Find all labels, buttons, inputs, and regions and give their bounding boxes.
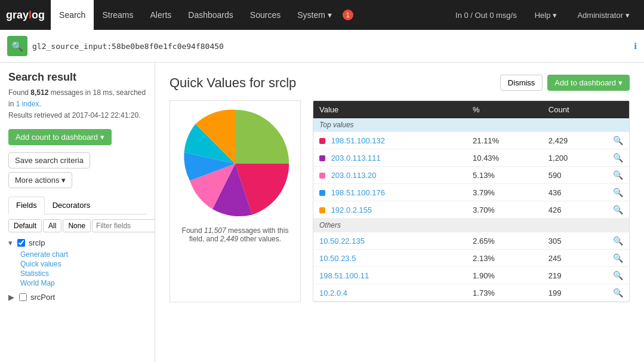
srclp-actions: Generate chart Quick values Statistics W… xyxy=(20,250,146,288)
ip-value-link[interactable]: 198.51.100.132 xyxy=(331,136,385,145)
search-info-icon[interactable]: ℹ xyxy=(634,41,637,51)
filter-all-button[interactable]: All xyxy=(43,219,61,232)
value-cell: 203.0.113.20 xyxy=(313,167,467,184)
col-count-header: Count xyxy=(543,101,607,118)
nav-admin[interactable]: Administrator ▾ xyxy=(569,0,638,30)
main-content: Search result Found 8,512 messages in 18… xyxy=(0,63,644,362)
zoom-icon[interactable]: 🔍 xyxy=(613,188,623,197)
filter-none-button[interactable]: None xyxy=(63,219,91,232)
nav-alerts[interactable]: Alerts xyxy=(142,0,180,30)
zoom-cell: 🔍 xyxy=(607,184,629,201)
pct-cell: 3.79% xyxy=(467,184,543,201)
pie-other-count: 2,449 xyxy=(220,235,238,243)
table-row: 10.2.0.4 1.73% 199 🔍 xyxy=(313,284,629,302)
field-srcport: ▶ srcPort xyxy=(8,292,146,303)
quick-values-actions: Dismiss Add to dashboard ▾ xyxy=(500,75,630,91)
pie-chart-container: Found 11,507 messages with this field, a… xyxy=(170,100,301,302)
value-cell: 10.50.22.135 xyxy=(313,232,467,250)
found-count: 8,512 xyxy=(30,88,48,97)
fields-tabs: Fields Decorators xyxy=(8,197,146,214)
save-search-button[interactable]: Save search criteria xyxy=(8,152,90,168)
generate-chart-link[interactable]: Generate chart xyxy=(20,250,146,259)
world-map-link[interactable]: World Map xyxy=(20,278,146,288)
filter-fields-input[interactable] xyxy=(92,219,155,232)
zoom-icon[interactable]: 🔍 xyxy=(613,236,623,246)
nav-system[interactable]: System ▾ xyxy=(289,0,340,30)
add-to-dashboard-button[interactable]: Add to dashboard ▾ xyxy=(547,75,630,91)
zoom-cell: 🔍 xyxy=(607,284,629,302)
table-row: 198.51.100.176 3.79% 436 🔍 xyxy=(313,184,629,201)
search-icon: 🔍 xyxy=(11,41,23,52)
count-cell: 1,200 xyxy=(543,149,607,167)
ip-value-link[interactable]: 203.0.113.20 xyxy=(331,171,377,180)
system-dropdown-arrow: ▾ xyxy=(328,10,332,20)
ip-value-link[interactable]: 198.51.100.176 xyxy=(331,188,385,197)
search-input[interactable] xyxy=(32,42,629,51)
left-panel: Search result Found 8,512 messages in 18… xyxy=(0,63,155,362)
index-link[interactable]: 1 index xyxy=(16,100,39,108)
value-color-dot xyxy=(319,190,325,196)
zoom-icon[interactable]: 🔍 xyxy=(613,253,623,263)
pct-cell: 1.90% xyxy=(467,267,543,284)
value-cell: 10.2.0.4 xyxy=(313,284,467,302)
value-color-dot xyxy=(319,173,325,179)
statistics-link[interactable]: Statistics xyxy=(20,269,146,278)
srclp-checkbox[interactable] xyxy=(17,239,25,247)
ip-value-link[interactable]: 10.50.22.135 xyxy=(319,237,365,246)
dismiss-button[interactable]: Dismiss xyxy=(500,75,543,91)
filter-row: Default All None xyxy=(8,219,146,232)
value-color-dot xyxy=(319,207,325,213)
count-cell: 199 xyxy=(543,284,607,302)
search-bar: 🔍 ℹ xyxy=(0,30,644,63)
value-color-dot xyxy=(319,138,325,144)
nav-streams[interactable]: Streams xyxy=(94,0,141,30)
top-navigation: graylog Search Streams Alerts Dashboards… xyxy=(0,0,644,30)
add-count-dashboard-button[interactable]: Add count to dashboard ▾ xyxy=(8,129,112,145)
nav-search[interactable]: Search xyxy=(51,0,94,30)
add-to-dashboard-arrow: ▾ xyxy=(618,78,623,87)
ip-value-link[interactable]: 10.2.0.4 xyxy=(319,289,347,297)
pie-caption: Found 11,507 messages with this field, a… xyxy=(182,226,289,243)
zoom-cell: 🔍 xyxy=(607,232,629,250)
tab-fields[interactable]: Fields xyxy=(8,197,45,214)
quick-values-link[interactable]: Quick values xyxy=(20,259,146,269)
admin-dropdown-arrow: ▾ xyxy=(625,11,630,20)
col-value-header: Value xyxy=(313,101,467,118)
zoom-icon[interactable]: 🔍 xyxy=(613,153,623,162)
value-cell: 198.51.100.132 xyxy=(313,132,467,149)
tab-decorators[interactable]: Decorators xyxy=(45,197,98,214)
zoom-icon[interactable]: 🔍 xyxy=(613,170,623,180)
srclp-expand-icon[interactable]: ▾ xyxy=(8,238,13,247)
filter-default-button[interactable]: Default xyxy=(8,219,42,232)
ip-value-link[interactable]: 10.50.23.5 xyxy=(319,254,356,263)
ip-value-link[interactable]: 192.0.2.155 xyxy=(331,205,372,214)
zoom-icon[interactable]: 🔍 xyxy=(613,136,623,145)
srcport-checkbox[interactable] xyxy=(19,293,27,301)
ip-value-link[interactable]: 203.0.113.111 xyxy=(331,154,381,162)
value-cell: 198.51.100.176 xyxy=(313,184,467,201)
search-submit-button[interactable]: 🔍 xyxy=(7,36,27,56)
ip-value-link[interactable]: 198.51.100.11 xyxy=(319,271,369,280)
msg-status: In 0 / Out 0 msg/s xyxy=(449,11,523,20)
top-values-header: Top values xyxy=(313,118,629,132)
value-cell: 10.50.23.5 xyxy=(313,250,467,267)
zoom-icon[interactable]: 🔍 xyxy=(613,271,623,280)
col-action-header xyxy=(607,101,629,118)
nav-help[interactable]: Help ▾ xyxy=(526,0,566,30)
zoom-cell: 🔍 xyxy=(607,250,629,267)
count-cell: 590 xyxy=(543,167,607,184)
pct-cell: 5.13% xyxy=(467,167,543,184)
zoom-icon[interactable]: 🔍 xyxy=(613,288,623,297)
help-dropdown-arrow: ▾ xyxy=(553,11,557,20)
fields-list: ▾ srclp Generate chart Quick values Stat… xyxy=(8,237,146,303)
count-cell: 2,429 xyxy=(543,132,607,149)
zoom-cell: 🔍 xyxy=(607,132,629,149)
more-actions-button[interactable]: More actions ▾ xyxy=(8,172,72,188)
zoom-icon[interactable]: 🔍 xyxy=(613,205,623,214)
srcport-expand-icon[interactable]: ▶ xyxy=(8,293,14,302)
nav-dashboards[interactable]: Dashboards xyxy=(180,0,242,30)
zoom-cell: 🔍 xyxy=(607,201,629,219)
nav-sources[interactable]: Sources xyxy=(242,0,289,30)
value-cell: 192.0.2.155 xyxy=(313,201,467,219)
pct-cell: 2.13% xyxy=(467,250,543,267)
